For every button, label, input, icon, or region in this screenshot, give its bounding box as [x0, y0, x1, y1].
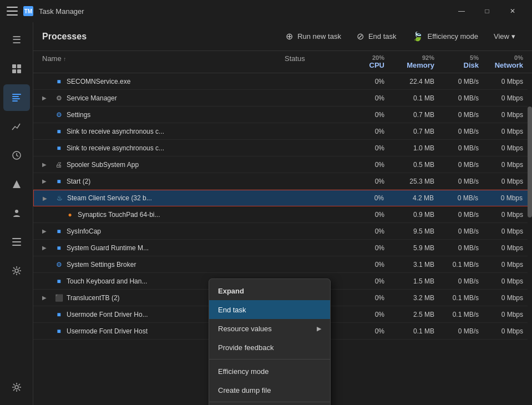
process-name: ▶ 🖨 Spooler SubSystem App — [42, 160, 285, 169]
end-task-button[interactable]: ⊘ End task — [349, 27, 404, 47]
expand-icon[interactable]: ▶ — [42, 161, 51, 168]
col-header-status[interactable]: Status — [285, 54, 340, 69]
expand-icon[interactable]: ▶ — [42, 95, 51, 101]
main-content: ☰ — [0, 22, 532, 405]
process-disk: 0 MB/s — [434, 144, 479, 152]
process-name: ■ Sink to receive asynchronous c... — [42, 127, 285, 136]
svg-rect-12 — [12, 241, 21, 242]
col-header-disk[interactable]: 5% Disk — [434, 54, 479, 69]
table-row[interactable]: ▶ ■ System Guard Runtime M... 0% 5.9 MB … — [33, 240, 532, 256]
table-row[interactable]: ▶ ■ Start (2) 0% 25.3 MB 0 MB/s 0 Mbps — [33, 173, 532, 190]
sidebar-item-processes[interactable] — [3, 84, 30, 111]
hamburger-icon[interactable] — [7, 7, 18, 16]
process-disk: 0 MB/s — [434, 327, 479, 335]
window-controls: — □ ✕ — [449, 2, 525, 20]
scrollbar-thumb[interactable] — [528, 107, 532, 217]
window-title: Task Manager — [39, 7, 84, 16]
process-cpu: 0% — [340, 178, 384, 185]
process-list[interactable]: ■ SECOMNService.exe 0% 22.4 MB 0 MB/s 0 … — [33, 73, 532, 405]
process-memory: 9.5 MB — [384, 227, 434, 235]
table-row[interactable]: ■ SECOMNService.exe 0% 22.4 MB 0 MB/s 0 … — [33, 73, 532, 90]
process-memory: 0.7 MB — [384, 111, 434, 119]
context-menu-efficiency-mode[interactable]: Efficiency mode — [209, 362, 330, 381]
expand-icon[interactable]: ▶ — [42, 178, 51, 184]
toolbar: Processes ⊕ Run new task ⊘ End task 🍃 Ef… — [33, 22, 532, 51]
table-row[interactable]: ⚙ System Settings Broker 0% 3.1 MB 0.1 M… — [33, 256, 532, 273]
process-cpu: 0% — [340, 211, 384, 219]
table-row[interactable]: ▶ ⚙ Service Manager 0% 0.1 MB 0 MB/s 0 M… — [33, 90, 532, 107]
col-header-name[interactable]: Name ↑ — [42, 54, 285, 69]
process-icon: ■ — [54, 227, 63, 236]
expand-icon[interactable]: ▶ — [42, 295, 51, 301]
sidebar-item-menu[interactable]: ☰ — [3, 27, 30, 53]
process-disk: 0 MB/s — [434, 78, 479, 85]
process-name: ■ SECOMNService.exe — [42, 77, 285, 86]
sidebar-item-startup[interactable] — [3, 171, 30, 198]
svg-rect-6 — [12, 98, 20, 99]
process-cpu: 0% — [340, 111, 384, 119]
expand-icon[interactable]: ▶ — [42, 228, 51, 234]
sidebar-item-users[interactable] — [3, 200, 30, 226]
process-disk: 0 MB/s — [434, 128, 479, 135]
col-header-memory[interactable]: 92% Memory — [384, 54, 434, 69]
process-disk: 0 MB/s — [434, 277, 479, 285]
process-network: 0 Mbps — [479, 227, 523, 235]
table-row[interactable]: ⚙ Settings 0% 0.7 MB 0 MB/s 0 Mbps — [33, 107, 532, 123]
context-menu-provide-feedback[interactable]: Provide feedback — [209, 338, 330, 357]
context-menu-end-task[interactable]: End task — [209, 300, 330, 319]
steam-client-service-row[interactable]: ▶ ♨ Steam Client Service (32 b... 0% 4.2… — [33, 190, 532, 206]
table-row[interactable]: ■ Sink to receive asynchronous c... 0% 1… — [33, 140, 532, 156]
col-header-network[interactable]: 0% Network — [479, 54, 523, 69]
process-icon: ■ — [54, 77, 63, 86]
process-memory: 0.1 MB — [384, 94, 434, 102]
sidebar-item-history[interactable] — [3, 142, 30, 169]
process-memory: 0.1 MB — [384, 327, 434, 335]
sidebar-item-details[interactable] — [3, 229, 30, 255]
view-button[interactable]: View ▾ — [486, 27, 523, 47]
sidebar-item-services[interactable] — [3, 257, 30, 284]
process-icon: ⬛ — [54, 293, 63, 302]
table-row[interactable]: ■ Sink to receive asynchronous c... 0% 0… — [33, 123, 532, 140]
context-menu-expand[interactable]: Expand — [209, 281, 330, 300]
maximize-button[interactable]: □ — [474, 2, 500, 20]
scrollbar-track — [528, 73, 532, 405]
sidebar-item-performance[interactable] — [3, 113, 30, 140]
expand-icon[interactable]: ▶ — [42, 245, 51, 251]
context-menu: Expand End task Resource values ▶ Provid… — [209, 279, 331, 405]
app-icon: TM — [23, 6, 33, 16]
process-memory: 3.2 MB — [384, 294, 434, 302]
svg-rect-5 — [12, 96, 19, 97]
col-header-cpu[interactable]: 20% CPU — [340, 54, 384, 69]
sidebar-item-settings[interactable] — [3, 374, 30, 401]
table-row[interactable]: ▶ ■ SysInfoCap 0% 9.5 MB 0 MB/s 0 Mbps — [33, 223, 532, 240]
close-button[interactable]: ✕ — [500, 2, 525, 20]
sidebar: ☰ — [0, 22, 33, 405]
expand-icon[interactable]: ▶ — [43, 195, 52, 201]
process-icon: ⚙ — [54, 260, 63, 269]
process-icon: ■ — [54, 310, 63, 319]
sidebar-item-overview[interactable] — [3, 55, 30, 82]
run-new-task-button[interactable]: ⊕ Run new task — [278, 27, 349, 47]
process-icon: 🖨 — [54, 160, 63, 169]
process-cpu: 0% — [340, 244, 384, 252]
svg-point-10 — [15, 210, 18, 213]
svg-marker-9 — [13, 180, 21, 188]
process-network: 0 Mbps — [479, 111, 523, 119]
process-network: 0 Mbps — [479, 294, 523, 302]
process-memory: 25.3 MB — [384, 178, 434, 185]
process-memory: 5.9 MB — [384, 244, 434, 252]
table-row[interactable]: ▶ 🖨 Spooler SubSystem App 0% 0.5 MB 0 MB… — [33, 156, 532, 173]
process-name: ⚙ Settings — [42, 110, 285, 119]
context-menu-resource-values[interactable]: Resource values ▶ — [209, 319, 330, 338]
process-network: 0 Mbps — [479, 311, 523, 318]
efficiency-mode-button[interactable]: 🍃 Efficiency mode — [404, 27, 487, 47]
main-panel: Processes ⊕ Run new task ⊘ End task 🍃 Ef… — [33, 22, 532, 405]
context-menu-create-dump[interactable]: Create dump file — [209, 381, 330, 399]
table-row[interactable]: ● Synaptics TouchPad 64-bi... 0% 0.9 MB … — [33, 206, 532, 223]
process-cpu: 0% — [340, 327, 384, 335]
minimize-button[interactable]: — — [449, 2, 474, 20]
run-task-icon: ⊕ — [286, 31, 293, 42]
process-cpu: 0% — [340, 311, 384, 318]
svg-rect-7 — [12, 100, 18, 102]
svg-rect-1 — [17, 64, 21, 68]
